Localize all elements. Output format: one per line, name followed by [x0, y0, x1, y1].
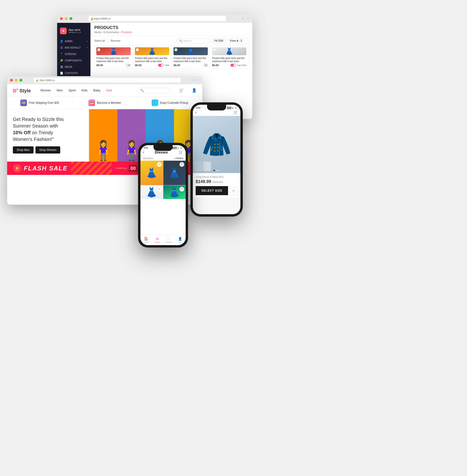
dot[interactable] [216, 170, 217, 171]
toggle-switch[interactable] [230, 64, 236, 67]
cart-icon[interactable]: 🛒 [233, 110, 238, 115]
sort-select[interactable]: From A - Z [228, 38, 248, 43]
product-checkbox[interactable] [136, 48, 139, 51]
toggle-switch[interactable] [158, 64, 164, 67]
product-grid: 👗 Product title goes here and the maximu… [91, 45, 252, 69]
back-button[interactable]: ‹ [195, 110, 196, 115]
select-size-button[interactable]: SELECT SIZE [196, 186, 228, 195]
promo-member-label: Become a Member [97, 101, 121, 104]
maximize-dot[interactable] [20, 79, 22, 82]
storefront-search-box[interactable]: 🔍 [137, 88, 170, 93]
list-item[interactable]: 👗 ♡ [141, 185, 163, 199]
sidebar-item-contents[interactable]: 📄 CONTENTS [57, 70, 91, 77]
cart-icon[interactable]: 🛒 [179, 88, 184, 93]
toggle-switch[interactable] [202, 64, 208, 67]
product-checkbox[interactable] [213, 48, 216, 51]
select-all-button[interactable]: Select all [94, 39, 105, 42]
maximize-dot[interactable] [69, 17, 72, 20]
close-dot[interactable] [60, 17, 63, 20]
sidebar-item-components[interactable]: 🧩 COMPONENTS [57, 57, 91, 64]
dot[interactable] [213, 170, 215, 171]
product-actions: $0.00 [173, 64, 208, 67]
nav-kids[interactable]: Kids [82, 89, 88, 92]
phone1-product-grid: 👗 ♡ Short Dress Umbrella 3/4 $129.99 $44… [141, 161, 186, 199]
shop-icon: 🛍 [156, 237, 159, 241]
table-row[interactable]: 👗 Product title goes here and the maximu… [171, 45, 210, 69]
address-bar[interactable]: 🔒 https://btkfit.co [89, 16, 226, 21]
product-checkbox[interactable] [97, 48, 100, 51]
nav-sport[interactable]: Sport [68, 89, 76, 92]
nav-men[interactable]: Men [57, 89, 63, 92]
wishlist-button[interactable]: ♡ [180, 187, 184, 192]
sidebar-item-admin[interactable]: 👤 ADMIN ▾ [57, 38, 91, 44]
nav-sale[interactable]: Sale [106, 89, 112, 92]
nav-me[interactable]: 👤 Me [174, 235, 186, 245]
wishlist-button[interactable]: ♡ [230, 187, 237, 195]
phone2-screen: 9:41 ▐▐▐ ▲ 🔋 ‹ 🛒 🧥 [193, 105, 240, 214]
product-checkbox[interactable] [174, 48, 177, 51]
nav-baby[interactable]: Baby [93, 89, 101, 92]
product-title: Product title goes here and the maximum … [135, 57, 169, 63]
promo-bar: 🚚 Free Shipping Over $35 💳 Become a Memb… [7, 97, 202, 109]
wishlist-button[interactable]: ♡ [157, 187, 162, 192]
product-card-inner: 👗 Product title goes here and the maximu… [173, 47, 208, 67]
product-original: $349.99 [213, 180, 223, 184]
wishlist-button[interactable]: ♡ [180, 162, 184, 167]
sidebar-item-screens[interactable]: 📱 SCREENS [57, 51, 91, 57]
page-header: PRODUCTS Home › E-Commerce › Products [94, 25, 132, 34]
remove-button[interactable]: Remove [111, 39, 120, 42]
storefront-nav: Bx Style Women Men Sport Kids Baby Sale … [7, 84, 202, 97]
promo-member[interactable]: 💳 Become a Member [72, 97, 138, 109]
breadcrumb-home[interactable]: Home [94, 31, 101, 34]
search-box[interactable]: 🔍 Search [177, 38, 210, 43]
phone2-outer: 9:41 ▐▐▐ ▲ 🔋 ‹ 🛒 🧥 [190, 102, 243, 217]
cart-icon[interactable]: 🛒 [179, 150, 183, 154]
list-item[interactable]: 👗 ♡ Long Dress V-Neck 90's $139.99 $349.… [163, 161, 186, 185]
shop-men-button[interactable]: Shop Men [13, 146, 34, 154]
sidebar-item-label: CONTENTS [65, 72, 78, 75]
minimize-dot[interactable] [65, 17, 68, 20]
dot[interactable] [218, 170, 220, 171]
wishlist-button[interactable]: ♡ [157, 162, 162, 167]
sidebar-item-navdefault[interactable]: ☰ NAV DEFAULT ▾ [57, 44, 91, 51]
nav-women[interactable]: Women [40, 89, 51, 92]
nav-home[interactable]: 🏠 Home [141, 235, 152, 245]
nav-wishlist[interactable]: ♡ Wishlist [163, 235, 174, 245]
phone1: 9:41 ▐▐▐ ▲ 🔋 ‹ Dresses 🛒 129 items ≡ Ref… [138, 143, 188, 247]
product-card-inner: 👗 Product title goes here and the maximu… [96, 47, 131, 67]
refine-button[interactable]: ≡ Refine [174, 157, 183, 160]
phone2-notch [207, 105, 226, 110]
list-item[interactable]: 👗 ♡ Short Dress Umbrella 3/4 $129.99 $44… [141, 161, 163, 185]
sidebar-item-label: COMPONENTS [65, 59, 82, 62]
toggle-switch[interactable] [125, 64, 131, 67]
hero-text: Get Ready to Sizzle this Summer Season w… [7, 109, 89, 162]
bookmark-icon[interactable]: ☆ [242, 17, 245, 20]
table-row[interactable]: 👗 Product title goes here and the maximu… [133, 45, 171, 69]
more-icon[interactable]: ⋮ [246, 17, 249, 20]
hero-col-1: 🧍‍♀️ [89, 109, 117, 162]
sidebar-item-media[interactable]: 🖼 MEDIA [57, 64, 91, 70]
shop-women-button[interactable]: Shop Women [36, 146, 60, 154]
storefront-address-bar[interactable]: 🔒 https://btkfit.co [34, 78, 181, 83]
account-icon[interactable]: 👤 [192, 88, 197, 93]
close-dot[interactable] [10, 79, 13, 82]
image-dots [193, 170, 240, 171]
member-icon: 💳 [88, 100, 95, 106]
list-item[interactable]: 👗 ♡ [163, 185, 186, 199]
product-price: $0.00 [135, 64, 142, 67]
phone1-time: 9:41 [144, 147, 148, 149]
item-count: 129 items [143, 157, 153, 160]
bookmark-icon[interactable]: ☆ [192, 78, 195, 82]
breadcrumb-ecommerce[interactable]: E-Commerce [104, 31, 119, 34]
promo-shipping[interactable]: 🚚 Free Shipping Over $35 [7, 97, 72, 109]
more-icon[interactable]: ⋮ [197, 78, 199, 82]
product-card-inner: 👗 Product title goes here and the maximu… [212, 47, 246, 67]
phone2: 9:41 ▐▐▐ ▲ 🔋 ‹ 🛒 🧥 [190, 102, 243, 217]
filter-button[interactable]: FILTER [212, 38, 226, 43]
table-row[interactable]: 👗 Product title goes here and the maximu… [94, 45, 133, 69]
hero-buttons: Shop Men Shop Women [13, 146, 83, 154]
table-row[interactable]: 👗 Product title goes here and the maximu… [210, 45, 248, 69]
store-logo: Bx Style [13, 87, 31, 93]
minimize-dot[interactable] [15, 79, 18, 82]
nav-shop[interactable]: 🛍 Shop [152, 235, 163, 245]
